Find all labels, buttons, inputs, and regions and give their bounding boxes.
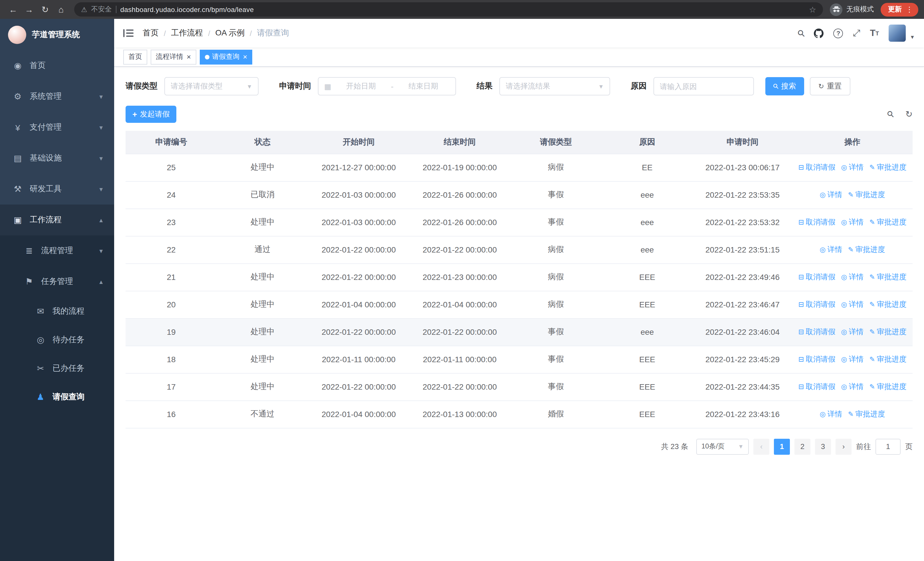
bookmark-star-icon[interactable]: ☆ xyxy=(809,5,816,14)
table-row[interactable]: 17处理中2022-01-22 00:00:002022-01-22 00:00… xyxy=(126,373,913,400)
goto-page-input[interactable] xyxy=(876,438,901,454)
cell-end_time: 2022-01-22 00:00:00 xyxy=(409,318,510,346)
column-header: 申请时间 xyxy=(693,131,792,154)
close-icon[interactable]: × xyxy=(187,53,191,60)
page-numbers: 123 xyxy=(774,438,831,454)
detail-link[interactable]: ◎详情 xyxy=(841,163,864,171)
help-icon[interactable]: ? xyxy=(834,28,843,38)
browser-home-icon[interactable]: ⌂ xyxy=(54,2,69,17)
close-icon[interactable]: × xyxy=(243,53,247,60)
page-size-select[interactable]: 10条/页 ▼ xyxy=(696,438,749,454)
sidebar-item-4[interactable]: ⚒研发工具▼ xyxy=(0,174,114,205)
table-row[interactable]: 24已取消2022-01-03 00:00:002022-01-26 00:00… xyxy=(126,181,913,209)
page-button-3[interactable]: 3 xyxy=(815,438,831,454)
toggle-search-icon[interactable]: ⚲ xyxy=(885,108,897,120)
approval-progress-link[interactable]: ✎审批进度 xyxy=(869,272,906,281)
detail-link[interactable]: ◎详情 xyxy=(841,382,864,391)
sidebar-item-9[interactable]: ◎待办任务 xyxy=(0,326,114,354)
detail-link[interactable]: ◎详情 xyxy=(841,218,864,226)
sidebar-item-8[interactable]: ✉我的流程 xyxy=(0,297,114,326)
cancel-leave-link[interactable]: ⊟取消请假 xyxy=(798,382,835,391)
next-page-button[interactable]: › xyxy=(836,438,852,454)
detail-link[interactable]: ◎详情 xyxy=(841,355,864,363)
page-button-1[interactable]: 1 xyxy=(774,438,790,454)
cell-apply_time: 2022-01-23 00:06:17 xyxy=(693,154,792,181)
browser-forward-icon[interactable]: → xyxy=(22,2,36,17)
detail-link[interactable]: ◎详情 xyxy=(819,410,842,418)
sidebar-item-11[interactable]: ♟请假查询 xyxy=(0,383,114,411)
url-text[interactable]: dashboard.yudao.iocoder.cn/bpm/oa/leave xyxy=(120,5,805,14)
view-tab[interactable]: 请假查询× xyxy=(200,50,252,64)
leave-type-select[interactable]: 请选择请假类型 ▼ xyxy=(164,77,258,95)
sidebar-item-5[interactable]: ▣工作流程▲ xyxy=(0,205,114,235)
browser-reload-icon[interactable]: ↻ xyxy=(38,2,52,17)
cell-status: 处理中 xyxy=(217,373,308,400)
cancel-leave-link[interactable]: ⊟取消请假 xyxy=(798,272,835,281)
sidebar-item-10[interactable]: ✂已办任务 xyxy=(0,354,114,383)
approval-progress-link[interactable]: ✎审批进度 xyxy=(869,218,906,226)
app-logo[interactable]: 芋道管理系统 xyxy=(0,19,114,50)
detail-link[interactable]: ◎详情 xyxy=(819,190,842,199)
table-row[interactable]: 19处理中2022-01-22 00:00:002022-01-22 00:00… xyxy=(126,318,913,346)
reason-input[interactable] xyxy=(654,77,754,95)
cancel-leave-link[interactable]: ⊟取消请假 xyxy=(798,327,835,336)
search-button[interactable]: ⚲ 搜索 xyxy=(765,77,804,95)
cancel-leave-link[interactable]: ⊟取消请假 xyxy=(798,218,835,226)
approval-progress-link[interactable]: ✎审批进度 xyxy=(869,327,906,336)
sidebar-item-1[interactable]: ⚙系统管理▼ xyxy=(0,81,114,112)
table-row[interactable]: 22通过2022-01-22 00:00:002022-01-22 00:00:… xyxy=(126,236,913,263)
user-avatar[interactable] xyxy=(889,24,906,42)
create-leave-button[interactable]: + 发起请假 xyxy=(126,106,176,123)
approval-progress-link[interactable]: ✎审批进度 xyxy=(869,382,906,391)
sidebar-item-2[interactable]: ¥支付管理▼ xyxy=(0,112,114,143)
cancel-leave-link[interactable]: ⊟取消请假 xyxy=(798,300,835,308)
table-row[interactable]: 25处理中2021-12-27 00:00:002022-01-19 00:00… xyxy=(126,154,913,181)
approval-progress-link[interactable]: ✎审批进度 xyxy=(848,245,885,254)
detail-link[interactable]: ◎详情 xyxy=(841,300,864,308)
breadcrumb-item[interactable]: 工作流程 xyxy=(171,28,203,38)
detail-link-label: 详情 xyxy=(849,382,864,391)
breadcrumb-item[interactable]: OA 示例 xyxy=(216,28,245,38)
breadcrumb-item[interactable]: 首页 xyxy=(142,28,159,38)
table-row[interactable]: 18处理中2022-01-11 00:00:002022-01-11 00:00… xyxy=(126,346,913,373)
table-row[interactable]: 16不通过2022-01-04 00:00:002022-01-13 00:00… xyxy=(126,400,913,428)
github-icon[interactable] xyxy=(814,28,824,38)
browser-menu-icon[interactable]: ⋮ xyxy=(906,5,913,14)
security-label[interactable]: 不安全 xyxy=(92,5,112,14)
address-bar[interactable]: ⚠ 不安全 dashboard.yudao.iocoder.cn/bpm/oa/… xyxy=(74,2,823,17)
avatar-caret-icon[interactable]: ▼ xyxy=(910,34,915,40)
result-select[interactable]: 请选择流结果 ▼ xyxy=(500,77,610,95)
sidebar-item-3[interactable]: ▤基础设施▼ xyxy=(0,143,114,174)
search-button-label: 搜索 xyxy=(782,81,796,92)
reset-button[interactable]: ↻ 重置 xyxy=(810,77,850,95)
update-button[interactable]: 更新 ⋮ xyxy=(880,3,918,16)
font-size-icon[interactable]: TT xyxy=(870,28,879,38)
browser-back-icon[interactable]: ← xyxy=(6,2,21,17)
detail-link[interactable]: ◎详情 xyxy=(841,327,864,336)
detail-link[interactable]: ◎详情 xyxy=(841,272,864,281)
hamburger-icon[interactable] xyxy=(123,29,134,37)
cancel-leave-link[interactable]: ⊟取消请假 xyxy=(798,163,835,171)
table-row[interactable]: 20处理中2022-01-04 00:00:002022-01-04 00:00… xyxy=(126,291,913,318)
table-header-row: 申请编号状态开始时间结束时间请假类型原因申请时间操作 xyxy=(126,131,913,154)
approval-progress-link[interactable]: ✎审批进度 xyxy=(869,355,906,363)
search-icon[interactable]: ⚲ xyxy=(798,28,804,39)
fullscreen-icon[interactable]: ⤢ xyxy=(853,28,860,38)
sidebar-item-0[interactable]: ◉首页 xyxy=(0,50,114,81)
detail-link[interactable]: ◎详情 xyxy=(819,245,842,254)
view-tab[interactable]: 流程详情× xyxy=(151,50,196,64)
sidebar-item-6[interactable]: ≣流程管理▼ xyxy=(0,235,114,266)
sidebar-item-7[interactable]: ⚑任务管理▲ xyxy=(0,266,114,297)
approval-progress-link[interactable]: ✎审批进度 xyxy=(848,190,885,199)
page-button-2[interactable]: 2 xyxy=(795,438,810,454)
prev-page-button[interactable]: ‹ xyxy=(753,438,770,454)
table-row[interactable]: 21处理中2022-01-22 00:00:002022-01-23 00:00… xyxy=(126,263,913,291)
table-refresh-icon[interactable]: ↻ xyxy=(906,109,913,119)
approval-progress-link[interactable]: ✎审批进度 xyxy=(869,300,906,308)
table-row[interactable]: 23处理中2022-01-03 00:00:002022-01-26 00:00… xyxy=(126,209,913,236)
view-tab[interactable]: 首页 xyxy=(123,50,147,64)
cancel-leave-link[interactable]: ⊟取消请假 xyxy=(798,355,835,363)
approval-progress-link[interactable]: ✎审批进度 xyxy=(848,410,885,418)
apply-time-range-picker[interactable]: ▦ 开始日期 - 结束日期 xyxy=(318,77,456,95)
approval-progress-link[interactable]: ✎审批进度 xyxy=(869,163,906,171)
